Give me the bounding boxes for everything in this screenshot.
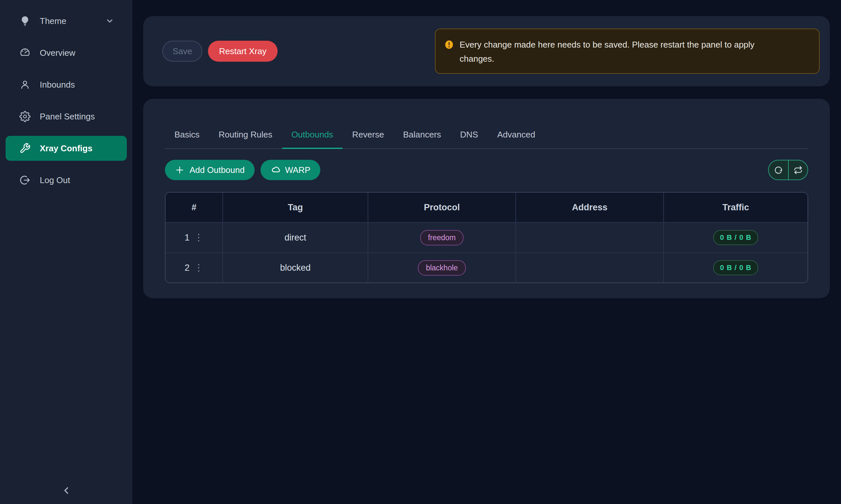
column-header-traffic: Traffic bbox=[664, 193, 807, 222]
sidebar-item-label: Log Out bbox=[40, 175, 70, 185]
cell-traffic: 0 B / 0 B bbox=[664, 253, 807, 283]
warp-button[interactable]: WARP bbox=[260, 160, 320, 180]
refresh-button-group bbox=[768, 160, 808, 180]
tab-routing-rules[interactable]: Routing Rules bbox=[209, 111, 282, 148]
sidebar-item-label: Overview bbox=[40, 48, 75, 58]
protocol-badge: blackhole bbox=[418, 260, 465, 276]
add-outbound-label: Add Outbound bbox=[190, 165, 245, 175]
cell-protocol: blackhole bbox=[368, 253, 516, 283]
column-header-address: Address bbox=[516, 193, 664, 222]
tab-basics[interactable]: Basics bbox=[165, 111, 209, 148]
sidebar-item-label: Inbounds bbox=[40, 80, 75, 90]
sidebar: Theme Overview Inbounds bbox=[0, 0, 132, 504]
wrench-icon bbox=[19, 143, 31, 154]
add-outbound-button[interactable]: Add Outbound bbox=[165, 160, 255, 180]
tab-reverse[interactable]: Reverse bbox=[343, 111, 394, 148]
sidebar-item-label: Theme bbox=[40, 16, 66, 26]
cell-address bbox=[516, 253, 664, 283]
cell-tag: blocked bbox=[223, 253, 368, 283]
repeat-button[interactable] bbox=[788, 160, 807, 179]
sidebar-item-overview[interactable]: Overview bbox=[0, 40, 132, 65]
config-tabs: Basics Routing Rules Outbounds Reverse B… bbox=[165, 99, 808, 149]
table-header-row: # Tag Protocol Address Traffic bbox=[166, 193, 807, 222]
user-icon bbox=[19, 79, 31, 90]
sidebar-item-xray-configs[interactable]: Xray Configs bbox=[5, 136, 127, 161]
table-row: 1 ⋮ direct freedom 0 B / 0 B bbox=[166, 222, 807, 253]
xray-panel-app: Theme Overview Inbounds bbox=[0, 0, 841, 504]
logout-icon bbox=[19, 175, 31, 186]
outbounds-actions-row: Add Outbound WARP bbox=[165, 160, 808, 180]
repeat-icon bbox=[794, 166, 803, 175]
traffic-badge: 0 B / 0 B bbox=[713, 230, 758, 245]
gear-icon bbox=[19, 111, 31, 122]
xray-config-card: Basics Routing Rules Outbounds Reverse B… bbox=[143, 99, 830, 298]
sidebar-item-theme[interactable]: Theme bbox=[0, 8, 132, 34]
row-index: 2 bbox=[185, 263, 190, 273]
sidebar-item-label: Panel Settings bbox=[40, 111, 95, 122]
gauge-icon bbox=[19, 47, 31, 58]
restart-xray-button[interactable]: Restart Xray bbox=[208, 41, 278, 62]
column-header-index: # bbox=[166, 193, 223, 222]
save-button[interactable]: Save bbox=[162, 41, 202, 62]
protocol-badge: freedom bbox=[420, 230, 464, 246]
cell-protocol: freedom bbox=[368, 222, 516, 253]
outbounds-table: # Tag Protocol Address Traffic 1 ⋮ bbox=[165, 192, 808, 283]
sidebar-nav: Theme Overview Inbounds bbox=[0, 0, 132, 199]
table-row: 2 ⋮ blocked blackhole 0 B / 0 B bbox=[166, 253, 807, 283]
row-menu-icon[interactable]: ⋮ bbox=[194, 233, 203, 242]
restart-warning-alert: Every change made here needs to be saved… bbox=[435, 29, 820, 74]
chevron-down-icon bbox=[105, 17, 114, 25]
cell-index: 2 ⋮ bbox=[166, 253, 223, 283]
sidebar-item-inbounds[interactable]: Inbounds bbox=[0, 72, 132, 97]
row-menu-icon[interactable]: ⋮ bbox=[194, 263, 203, 272]
column-header-tag: Tag bbox=[223, 193, 368, 222]
cell-address bbox=[516, 222, 664, 253]
sidebar-item-panel-settings[interactable]: Panel Settings bbox=[0, 104, 132, 129]
save-toolbar-card: Save Restart Xray Every change made here… bbox=[143, 16, 830, 86]
column-header-protocol: Protocol bbox=[368, 193, 516, 222]
sidebar-item-log-out[interactable]: Log Out bbox=[0, 168, 132, 193]
lightbulb-icon bbox=[19, 15, 31, 26]
plus-icon bbox=[175, 165, 185, 175]
tab-advanced[interactable]: Advanced bbox=[487, 111, 545, 148]
sidebar-collapse-button[interactable] bbox=[59, 484, 73, 498]
tab-balancers[interactable]: Balancers bbox=[394, 111, 451, 148]
sync-icon bbox=[774, 166, 783, 175]
tab-outbounds[interactable]: Outbounds bbox=[282, 111, 343, 148]
sync-button[interactable] bbox=[769, 160, 788, 179]
warp-label: WARP bbox=[285, 165, 310, 175]
cloud-icon bbox=[270, 165, 280, 175]
row-index: 1 bbox=[185, 233, 190, 243]
alert-message: Every change made here needs to be saved… bbox=[460, 38, 783, 66]
tab-dns[interactable]: DNS bbox=[451, 111, 488, 148]
cell-traffic: 0 B / 0 B bbox=[664, 222, 807, 253]
sidebar-item-label: Xray Configs bbox=[40, 143, 92, 154]
traffic-badge: 0 B / 0 B bbox=[713, 260, 758, 275]
cell-tag: direct bbox=[223, 222, 368, 253]
warning-icon bbox=[444, 40, 454, 50]
cell-index: 1 ⋮ bbox=[166, 222, 223, 253]
chevron-left-icon bbox=[61, 492, 72, 498]
